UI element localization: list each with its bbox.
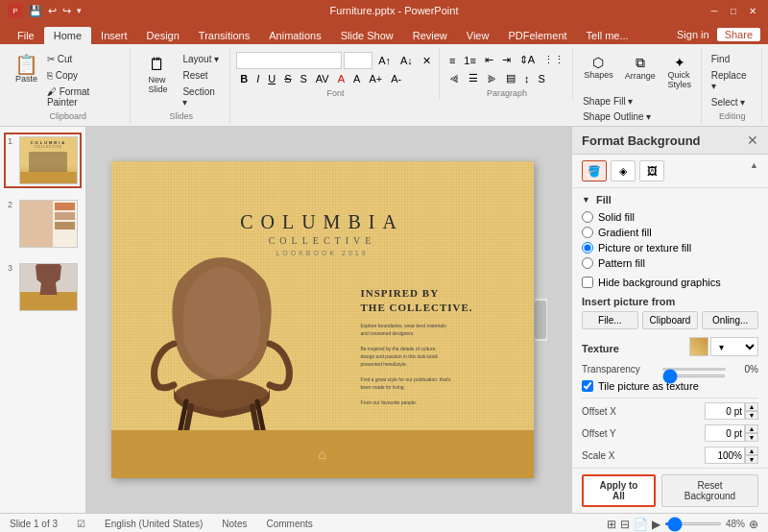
zoom-fit-btn[interactable]: ⊕	[749, 518, 758, 531]
comments-button[interactable]: Comments	[266, 519, 312, 529]
offset-x-up[interactable]: ▲	[745, 402, 758, 411]
view-normal-btn[interactable]: ⊞	[607, 518, 616, 531]
cut-button[interactable]: ✂ Cut	[43, 52, 127, 66]
picture-fill-option[interactable]: Picture or texture fill	[582, 242, 758, 254]
indent-increase-button[interactable]: ⇥	[498, 52, 515, 68]
text-shadow-button[interactable]: S	[534, 70, 548, 86]
effects-tab-button[interactable]: ◈	[611, 160, 636, 181]
solid-fill-option[interactable]: Solid fill	[582, 211, 758, 223]
line-spacing-button[interactable]: ↕	[520, 70, 534, 86]
justify-button[interactable]: ▤	[502, 70, 519, 86]
tab-pdfelement[interactable]: PDFelement	[498, 27, 576, 44]
strikethrough-button[interactable]: S	[280, 71, 295, 86]
gradient-fill-option[interactable]: Gradient fill	[582, 227, 758, 238]
slide-thumb-3[interactable]: 3	[4, 259, 82, 315]
minimize-button[interactable]: ─	[707, 3, 722, 18]
tab-file[interactable]: File	[8, 27, 44, 44]
columns-button[interactable]: ⋮⋮	[540, 52, 568, 68]
shadow-button[interactable]: S	[297, 71, 311, 86]
picture-fill-radio[interactable]	[582, 242, 593, 254]
italic-button[interactable]: I	[252, 71, 263, 86]
select-button[interactable]: Select ▾	[708, 95, 757, 109]
slide-canvas[interactable]: COLUMBIA COLLECTIVE LOOKBOOK 2019	[111, 161, 534, 478]
underline-button[interactable]: U	[264, 71, 279, 86]
align-center-button[interactable]: ☰	[465, 70, 482, 86]
align-left-button[interactable]: ⫷	[445, 70, 464, 86]
signin-button[interactable]: Sign in	[677, 29, 709, 40]
panel-scroll-up[interactable]: ▲	[750, 160, 758, 181]
font-color-button[interactable]: A	[334, 71, 348, 86]
section-button[interactable]: Section ▾	[179, 85, 226, 109]
fontsize-up-btn[interactable]: A+	[365, 71, 386, 86]
reset-background-button[interactable]: Reset Background	[661, 474, 758, 507]
quick-styles-button[interactable]: ✦ QuickStyles	[662, 52, 697, 92]
replace-button[interactable]: Replace ▾	[708, 68, 757, 93]
numbering-button[interactable]: 1≡	[460, 52, 480, 68]
tab-insert[interactable]: Insert	[91, 27, 137, 44]
shapes-button[interactable]: ⬡ Shapes	[579, 52, 618, 92]
fontsize-down-btn[interactable]: A-	[387, 71, 405, 86]
quick-save[interactable]: 💾	[29, 5, 42, 17]
fill-tab-button[interactable]: 🪣	[582, 160, 607, 181]
fill-section-header[interactable]: ▼ Fill	[582, 194, 758, 206]
pattern-fill-radio[interactable]	[582, 257, 593, 269]
copy-button[interactable]: ⎘ Copy	[43, 68, 127, 83]
view-slidesorter-btn[interactable]: ⊟	[620, 518, 630, 531]
find-button[interactable]: Find	[708, 52, 757, 66]
vertical-scrollbar[interactable]	[534, 299, 547, 341]
quick-undo[interactable]: ↩	[48, 5, 57, 17]
align-right-button[interactable]: ⫸	[483, 70, 501, 86]
texture-dropdown[interactable]: ▾	[710, 337, 758, 356]
notes-button[interactable]: Notes	[222, 519, 247, 529]
picture-tab-button[interactable]: 🖼	[639, 160, 664, 181]
tab-transitions[interactable]: Transitions	[189, 27, 259, 44]
arrange-button[interactable]: ⧉ Arrange	[620, 52, 660, 92]
font-size-input[interactable]: 18.5	[344, 52, 372, 69]
solid-fill-radio[interactable]	[582, 211, 593, 223]
shape-outline-button[interactable]: Shape Outline ▾	[579, 109, 697, 124]
slide-thumb-2[interactable]: 2	[4, 196, 82, 252]
transparency-range[interactable]	[662, 375, 726, 377]
paste-button[interactable]: 📋 Paste	[10, 52, 43, 86]
pattern-fill-option[interactable]: Pattern fill	[582, 257, 758, 269]
tab-review[interactable]: Review	[403, 27, 457, 44]
format-panel-close-button[interactable]: ✕	[747, 133, 758, 148]
tile-picture-checkbox[interactable]	[582, 380, 593, 392]
share-button[interactable]: Share	[717, 28, 760, 41]
tab-view[interactable]: View	[457, 27, 499, 44]
file-button[interactable]: File...	[582, 311, 638, 329]
bold-button[interactable]: B	[236, 71, 252, 86]
reset-button[interactable]: Reset	[179, 68, 226, 83]
tab-design[interactable]: Design	[137, 27, 189, 44]
shape-fill-button[interactable]: Shape Fill ▾	[579, 94, 697, 109]
tab-animations[interactable]: Animations	[259, 27, 330, 44]
close-button[interactable]: ✕	[745, 3, 760, 18]
decrease-font-button[interactable]: A↓	[396, 53, 417, 68]
tab-home[interactable]: Home	[44, 27, 91, 44]
quick-redo[interactable]: ↪	[62, 5, 71, 17]
offset-y-input[interactable]	[705, 424, 745, 442]
view-reading-btn[interactable]: 📄	[634, 518, 648, 531]
layout-button[interactable]: Layout ▾	[179, 52, 226, 66]
scale-x-down[interactable]: ▼	[745, 455, 758, 464]
tab-slideshow[interactable]: Slide Show	[331, 27, 403, 44]
scroll-thumb-v[interactable]	[535, 301, 546, 339]
hide-bg-option[interactable]: Hide background graphics	[582, 277, 758, 288]
clipboard-button[interactable]: Clipboard	[642, 311, 699, 329]
increase-font-button[interactable]: A↑	[374, 53, 395, 68]
transparency-slider[interactable]	[662, 368, 726, 371]
format-painter-button[interactable]: 🖌 Format Painter	[43, 85, 127, 109]
slide-thumb-1[interactable]: 1 COLUMBIA COLLECTIVE	[4, 133, 82, 188]
maximize-button[interactable]: □	[726, 3, 741, 18]
text-direction-button[interactable]: ⇕A	[516, 52, 539, 68]
clear-format-button[interactable]: ✕	[419, 53, 435, 69]
apply-to-all-button[interactable]: Apply to All	[582, 474, 656, 507]
offset-y-down[interactable]: ▼	[745, 433, 758, 442]
char-spacing-button[interactable]: AV	[312, 71, 333, 86]
highlight-button[interactable]: A	[349, 71, 364, 86]
indent-decrease-button[interactable]: ⇤	[481, 52, 497, 68]
gradient-fill-radio[interactable]	[582, 227, 593, 238]
zoom-slider[interactable]	[664, 522, 722, 525]
new-slide-button[interactable]: 🗒 NewSlide	[136, 52, 179, 97]
tab-tellme[interactable]: Tell me...	[577, 27, 638, 44]
